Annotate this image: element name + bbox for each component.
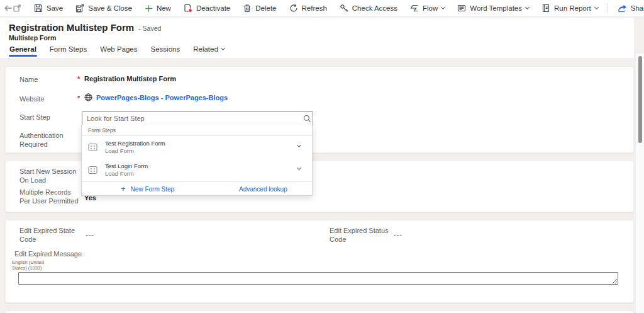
lookup-item[interactable]: Test Login Form Load Form — [82, 159, 312, 181]
edit-expired-message-textarea[interactable] — [18, 272, 618, 285]
flow-button[interactable]: Flow — [404, 0, 451, 17]
chevron-down-icon[interactable] — [297, 166, 301, 170]
start-step-lookup-input[interactable] — [82, 111, 313, 125]
new-label: New — [157, 4, 171, 12]
word-templates-icon — [457, 4, 466, 13]
expired-section-card: Edit Expired State Code --- Edit Expired… — [5, 220, 634, 303]
trash-icon — [243, 4, 252, 13]
deactivate-button[interactable]: Deactivate — [177, 0, 236, 17]
check-access-button[interactable]: Check Access — [333, 0, 404, 17]
back-button[interactable] — [4, 1, 13, 15]
word-templates-label: Word Templates — [470, 4, 522, 12]
new-form-step-button[interactable]: + New Form Step — [121, 182, 174, 196]
back-arrow-icon — [4, 4, 13, 13]
refresh-button[interactable]: Refresh — [283, 0, 333, 17]
page-title: Registration Multistep Form — [9, 22, 134, 33]
tab-related-label: Related — [193, 45, 218, 53]
key-icon — [340, 4, 348, 13]
lookup-item[interactable]: Test Registration Form Load Form — [82, 136, 312, 159]
flow-label: Flow — [423, 4, 438, 12]
save-and-close-label: Save & Close — [88, 4, 132, 12]
deactivate-label: Deactivate — [196, 4, 230, 12]
title-row: Registration Multistep Form - Saved — [9, 22, 161, 33]
run-report-icon — [541, 4, 550, 13]
chevron-down-icon — [441, 5, 445, 9]
popout-icon — [13, 4, 21, 13]
lookup-group-header: Form Steps — [82, 125, 312, 136]
record-header: Registration Multistep Form - Saved Mult… — [0, 18, 634, 58]
required-asterisk: * — [77, 94, 80, 102]
save-label: Save — [47, 4, 63, 12]
word-templates-button[interactable]: Word Templates — [451, 0, 535, 17]
tab-bar: General Form Steps Web Pages Sessions Re… — [9, 42, 225, 58]
status-code-field-label: Edit Expired Status Code — [330, 226, 392, 244]
entity-name: Multistep Form — [9, 34, 56, 42]
message-language-label: English (United States) (1033) — [12, 259, 48, 271]
tab-web-pages[interactable]: Web Pages — [99, 43, 138, 57]
toolbar-right-group: Share — [604, 0, 644, 17]
save-button[interactable]: Save — [28, 0, 69, 17]
refresh-label: Refresh — [302, 4, 327, 12]
lookup-item-subtitle: Load Form — [105, 170, 148, 178]
next-section-card — [5, 310, 634, 313]
share-button[interactable]: Share — [611, 0, 644, 17]
lookup-item-subtitle: Load Form — [105, 147, 165, 156]
website-field-label: Website — [19, 94, 82, 103]
chevron-down-icon[interactable] — [297, 143, 301, 147]
message-field-label: Edit Expired Message — [14, 250, 82, 258]
tab-form-steps[interactable]: Form Steps — [49, 43, 87, 57]
globe-icon — [84, 93, 92, 101]
save-and-close-button[interactable]: Save & Close — [69, 0, 138, 17]
flow-icon — [410, 4, 419, 13]
name-field-label: Name — [19, 75, 82, 84]
save-and-close-icon — [75, 4, 84, 13]
start-step-lookup-flyout: Form Steps Test Registration Form Load F… — [81, 125, 313, 196]
chevron-down-icon — [594, 5, 599, 9]
website-field-value: PowerPages-Blogs - PowerPages-Blogs — [84, 93, 228, 101]
new-form-step-label: New Form Step — [131, 186, 174, 193]
plus-icon — [145, 4, 153, 13]
plus-icon: + — [121, 186, 126, 192]
required-asterisk: * — [77, 75, 80, 83]
new-session-field-label: Start New Session On Load — [19, 167, 82, 185]
delete-label: Delete — [255, 4, 276, 12]
popout-button[interactable] — [13, 1, 21, 15]
start-step-field-label: Start Step — [19, 113, 82, 122]
lookup-item-title: Test Login Form — [105, 162, 148, 171]
tab-general[interactable]: General — [9, 43, 37, 57]
auth-required-field-label: Authentication Required — [19, 131, 82, 149]
scrollbar-thumb[interactable] — [638, 56, 642, 143]
check-access-label: Check Access — [352, 4, 397, 12]
share-label: Share — [631, 4, 644, 12]
lookup-footer: + New Form Step Advanced lookup — [82, 181, 312, 195]
website-link[interactable]: PowerPages-Blogs - PowerPages-Blogs — [96, 94, 228, 101]
lookup-item-text: Test Registration Form Load Form — [105, 140, 165, 156]
lookup-item-text: Test Login Form Load Form — [105, 162, 148, 178]
toolbar-divider — [608, 3, 608, 13]
run-report-label: Run Report — [554, 4, 591, 12]
lookup-item-title: Test Registration Form — [105, 140, 165, 148]
run-report-button[interactable]: Run Report — [535, 0, 604, 17]
form-step-icon — [88, 166, 97, 174]
vertical-scrollbar[interactable] — [635, 54, 644, 313]
chevron-down-icon — [525, 5, 530, 9]
command-bar: Save Save & Close New Deactivate Delete — [0, 0, 644, 17]
state-code-field-label: Edit Expired State Code — [19, 226, 82, 244]
name-field-value[interactable]: Registration Multistep Form — [84, 75, 176, 83]
state-code-field-value[interactable]: --- — [86, 230, 94, 238]
tab-related[interactable]: Related — [192, 43, 225, 57]
save-status: - Saved — [138, 25, 161, 32]
app-window: Save Save & Close New Deactivate Delete — [0, 0, 644, 313]
chevron-down-icon — [221, 45, 225, 50]
deactivate-icon — [184, 4, 192, 13]
refresh-icon — [289, 4, 298, 13]
status-code-field-value[interactable]: --- — [394, 230, 402, 238]
tab-sessions[interactable]: Sessions — [150, 43, 181, 57]
share-icon — [618, 4, 627, 13]
advanced-lookup-button[interactable]: Advanced lookup — [239, 182, 287, 196]
save-icon — [34, 4, 43, 13]
multiple-records-field-label: Multiple Records Per User Permitted — [19, 188, 82, 205]
form-step-icon — [88, 143, 97, 152]
new-button[interactable]: New — [138, 0, 177, 17]
delete-button[interactable]: Delete — [236, 0, 282, 17]
